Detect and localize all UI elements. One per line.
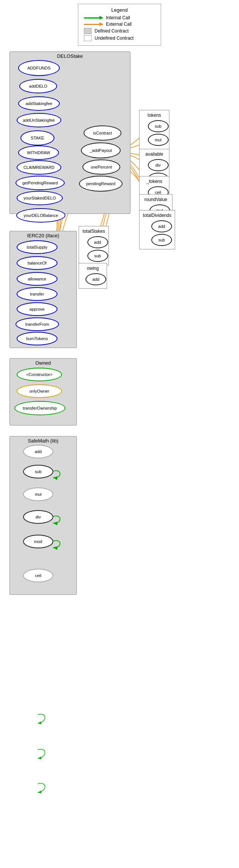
totalStakes-box: totalStakes add sub [79, 226, 109, 265]
node-owing-add[interactable]: add [85, 273, 106, 285]
node-totalSupply[interactable]: totalSupply [17, 240, 57, 254]
undefined-box [84, 35, 92, 41]
node-WITHDRAW[interactable]: WITHDRAW [18, 145, 59, 160]
node-transferFrom[interactable]: transferFrom [16, 317, 59, 331]
node-tokens-mul[interactable]: mul [148, 134, 169, 146]
node-approve[interactable]: approve [17, 302, 57, 316]
safemath-title: SafeMath (lib) [10, 436, 76, 444]
node-getPendingReward[interactable]: getPendingReward [16, 176, 65, 190]
legend-box: Legend Internal Call External Call Defin… [78, 4, 161, 46]
undefined-label: Undefined Contract [95, 36, 133, 41]
internal-call-line [84, 17, 103, 19]
node-sm-mul[interactable]: mul [23, 487, 53, 501]
node-Constructor[interactable]: <Constructor> [17, 368, 62, 381]
node-STAKE[interactable]: STAKE [20, 130, 54, 145]
owing-title: owing [81, 265, 105, 272]
node-transfer[interactable]: transfer [17, 287, 57, 301]
node-tokens-sub[interactable]: sub [148, 120, 169, 132]
internal-call-label: Internal Call [106, 15, 130, 20]
node-CLAIMREWARD[interactable]: CLAIMREWARD [17, 160, 61, 175]
node-totalStakes-add[interactable]: add [87, 236, 108, 248]
external-call-line [84, 24, 103, 25]
node-ADDFUNDS[interactable]: ADDFUNDS [18, 60, 60, 76]
node-yourDELOBalance[interactable]: yourDELOBalance [16, 208, 65, 223]
page: Legend Internal Call External Call Defin… [0, 0, 239, 868]
safemath-box: SafeMath (lib) add sub mul div mod ceil [9, 436, 77, 595]
totalDividends-title: totalDividends [141, 212, 173, 219]
diagram: DELOStake ADDFUNDS addDELO addStakingfee… [4, 51, 235, 864]
delostake-title: DELOStake [10, 52, 130, 60]
delostake-box: DELOStake ADDFUNDS addDELO addStakingfee… [9, 51, 130, 214]
defined-label: Defined Contract [95, 28, 129, 34]
_tokens-title: _tokens [141, 178, 168, 185]
tokens-box: tokens sub mul [139, 110, 169, 149]
node-sm-mod[interactable]: mod [23, 535, 53, 548]
node-isContract[interactable]: isContract [84, 125, 121, 141]
node-sm-div[interactable]: div [23, 510, 53, 524]
node-sm-ceil[interactable]: ceil [23, 569, 53, 582]
node-addUnStakingfee[interactable]: addUnStakingfee [17, 113, 61, 127]
node-yourStakedDELO[interactable]: yourStakedDELO [17, 191, 63, 205]
node-onePercent[interactable]: onePercent [82, 159, 120, 175]
legend-internal-call: Internal Call [84, 15, 155, 20]
ierc20-title: IERC20 (iface) [10, 231, 76, 239]
tokens-title: tokens [141, 112, 168, 119]
roundValue-title: roundValue [141, 196, 171, 203]
node-pendingReward[interactable]: pendingReward [79, 176, 123, 192]
ierc20-box: IERC20 (iface) totalSupply balanceOf all… [9, 231, 77, 348]
node-totalDividends-sub[interactable]: sub [151, 234, 172, 246]
totalStakes-title: totalStakes [81, 228, 107, 235]
defined-box [84, 28, 92, 34]
node-addStakingfee[interactable]: addStakingfee [18, 96, 60, 111]
available-title: available [141, 151, 168, 158]
node-sm-sub[interactable]: sub [23, 465, 53, 478]
node-transferOwnership[interactable]: transferOwnership [14, 401, 65, 415]
legend-defined: Defined Contract [84, 28, 155, 34]
owing-box: owing add [79, 263, 107, 289]
node-allowance[interactable]: allowance [17, 272, 57, 286]
node-sm-add[interactable]: add [23, 445, 53, 458]
node-balanceOf[interactable]: balanceOf [17, 256, 57, 270]
legend-external-call: External Call [84, 22, 155, 27]
node-burnTokens[interactable]: burnTokens [17, 332, 57, 345]
node-onlyOwner[interactable]: onlyOwner [17, 384, 62, 398]
legend-undefined: Undefined Contract [84, 35, 155, 41]
node-addDELO[interactable]: addDELO [19, 79, 57, 93]
owned-box: Owned <Constructor> onlyOwner transferOw… [9, 358, 77, 425]
node-totalDividends-add[interactable]: add [151, 220, 172, 232]
totalDividends-box: totalDividends add sub [139, 210, 175, 249]
node-available-div[interactable]: div [148, 159, 169, 171]
owned-title: Owned [10, 359, 76, 367]
external-call-label: External Call [106, 22, 132, 27]
node-addPayout[interactable]: _addPayout [81, 142, 121, 158]
node-totalStakes-sub[interactable]: sub [87, 250, 108, 262]
legend-title: Legend [84, 7, 155, 13]
